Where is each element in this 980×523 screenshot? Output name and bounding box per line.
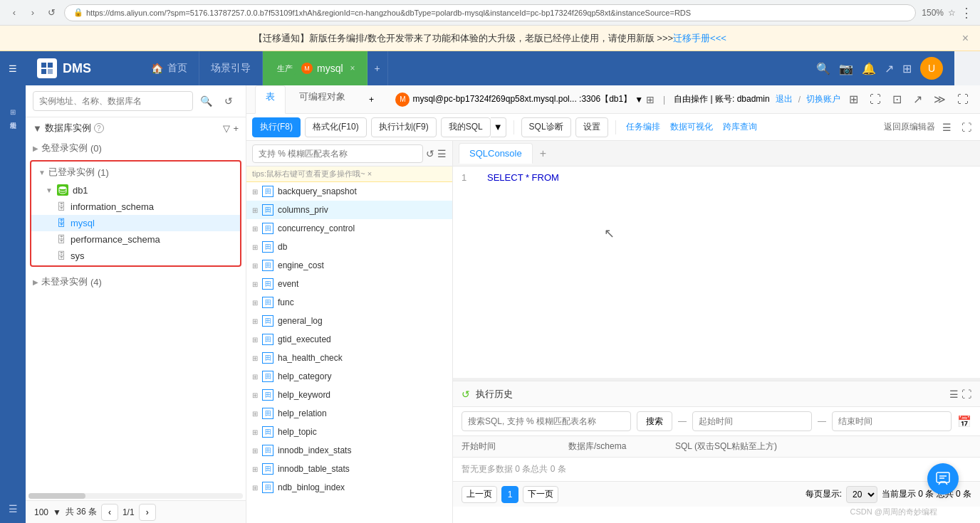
tab-programmable[interactable]: 可编程对象	[288, 85, 356, 114]
layout-icon[interactable]: ⊞	[902, 62, 912, 75]
table-item-11[interactable]: ⊞ 田 help_keyword	[246, 386, 452, 404]
sql-console-tab[interactable]: SQLConsole	[459, 143, 533, 164]
table-item-9[interactable]: ⊞ 田 ha_health_check	[246, 349, 452, 367]
table-item-14[interactable]: ⊞ 田 innodb_index_stats	[246, 441, 452, 460]
left-panel-scrollbar[interactable]	[28, 493, 243, 499]
table-refresh-icon[interactable]: ↺	[426, 148, 434, 159]
db-dropdown-icon[interactable]: ▼	[635, 95, 643, 105]
tab-add-button[interactable]: +	[368, 51, 388, 85]
table-item-16[interactable]: ⊞ 田 ndb_binlog_index	[246, 478, 452, 497]
instance-search-button[interactable]: 🔍	[196, 91, 216, 111]
diagnose-button[interactable]: SQL诊断	[521, 117, 571, 137]
end-time-input[interactable]	[832, 411, 952, 431]
db-mysql[interactable]: 🗄 mysql	[31, 215, 240, 231]
history-search-button[interactable]: 搜索	[637, 411, 672, 431]
browser-url-bar[interactable]: 🔒 https://dms.aliyun.com/?spm=5176.13787…	[64, 4, 916, 21]
my-sql-button[interactable]: 我的SQL	[441, 117, 491, 137]
db-information-schema[interactable]: 🗄 information_schema	[31, 199, 240, 215]
notification-link[interactable]: 迁移手册<<<	[673, 32, 726, 45]
history-next-page[interactable]: 下一页	[523, 486, 558, 503]
db-sys[interactable]: 🗄 sys	[31, 248, 240, 264]
history-search-input[interactable]	[462, 411, 631, 431]
task-edit-link[interactable]: 任务编排	[623, 121, 663, 133]
history-expand-icon[interactable]: ⛶	[961, 389, 971, 400]
tab-mysql[interactable]: 生产 M mysql ×	[263, 51, 368, 85]
logout-link[interactable]: 退出	[776, 93, 793, 105]
switch-account-link[interactable]: 切换账户	[806, 93, 840, 105]
table-item-12[interactable]: ⊞ 田 help_relation	[246, 404, 452, 423]
more-settings-btn[interactable]: ≫	[931, 93, 949, 106]
prev-page-btn[interactable]: ‹	[101, 504, 118, 521]
data-visual-link[interactable]: 数据可视化	[667, 121, 716, 133]
right-tab-add[interactable]: +	[369, 95, 374, 105]
notification-icon[interactable]: 🔔	[862, 62, 876, 75]
bookmark-icon[interactable]: ☆	[948, 8, 956, 18]
table-item-3[interactable]: ⊞ 田 db	[246, 238, 452, 256]
sql-editor[interactable]: 1 SELECT * FROM ↖	[453, 167, 980, 378]
toolbar-expand-icon[interactable]: ⛶	[959, 120, 974, 134]
table-item-4[interactable]: ⊞ 田 engine_cost	[246, 256, 452, 275]
more-icon[interactable]: ⋮	[960, 5, 973, 21]
sidebar-item-common-functions[interactable]: ⊞ 常用功能	[0, 91, 26, 134]
return-editor-label[interactable]: 返回原编辑器	[884, 121, 935, 133]
history-page-1[interactable]: 1	[501, 486, 518, 503]
table-item-2[interactable]: ⊞ 田 concurrency_control	[246, 219, 452, 238]
forward-button[interactable]: ›	[26, 6, 40, 20]
chat-float-button[interactable]	[927, 463, 959, 495]
user-avatar[interactable]: U	[920, 57, 943, 80]
history-list-icon[interactable]: ☰	[949, 389, 959, 400]
instance-refresh-button[interactable]: ↺	[219, 91, 239, 111]
tab-home[interactable]: 🏠 首页	[140, 51, 199, 85]
export-btn[interactable]: ⊡	[890, 93, 905, 106]
add-console-tab[interactable]: +	[534, 147, 552, 160]
plan-button[interactable]: 执行计划(F9)	[371, 117, 437, 137]
table-item-0[interactable]: ⊞ 田 backquery_snapshot	[246, 182, 452, 201]
share-icon[interactable]: ↗	[885, 62, 894, 75]
copy-connection-button[interactable]: ⊞	[646, 94, 655, 105]
unregistered-header[interactable]: ▶ 未登录实例 (4)	[26, 273, 246, 291]
import-btn[interactable]: ↗	[910, 93, 925, 106]
table-item-7[interactable]: ⊞ 田 general_log	[246, 312, 452, 330]
tab-scene-guide[interactable]: 场景引导	[199, 51, 263, 85]
table-item-13[interactable]: ⊞ 田 help_topic	[246, 423, 452, 441]
registered-header[interactable]: ▼ 已登录实例 (1)	[31, 163, 240, 181]
refresh-button[interactable]: ↺	[44, 6, 58, 20]
fullscreen-btn[interactable]: ⛶	[867, 93, 884, 106]
table-item-15[interactable]: ⊞ 田 innodb_table_stats	[246, 460, 452, 478]
table-menu-icon[interactable]: ☰	[437, 148, 447, 159]
layout-view-btn[interactable]: ⊞	[846, 93, 861, 106]
expand-panel-btn[interactable]: ⛶	[954, 93, 971, 106]
help-icon[interactable]: ?	[94, 123, 104, 133]
history-refresh-icon[interactable]: ↺	[462, 389, 470, 400]
tab-tables[interactable]: 表	[255, 85, 286, 114]
history-prev-page[interactable]: 上一页	[462, 486, 497, 503]
table-item-1[interactable]: ⊞ 田 columns_priv	[246, 201, 452, 219]
free-login-header[interactable]: ▶ 免登录实例 (0)	[26, 139, 246, 157]
tab-close-icon[interactable]: ×	[350, 63, 355, 73]
table-search-input[interactable]	[252, 144, 423, 163]
notification-close[interactable]: ×	[962, 32, 969, 45]
table-item-10[interactable]: ⊞ 田 help_category	[246, 367, 452, 386]
settings-button[interactable]: 设置	[575, 117, 608, 137]
my-sql-dropdown[interactable]: ▼	[491, 117, 506, 137]
calendar-icon[interactable]: 📅	[957, 415, 971, 428]
next-page-btn[interactable]: ›	[139, 504, 156, 521]
back-button[interactable]: ‹	[7, 6, 21, 20]
page-size-dropdown-icon[interactable]: ▼	[53, 507, 61, 517]
hamburger-menu[interactable]: ☰	[0, 51, 26, 85]
start-time-input[interactable]	[692, 411, 812, 431]
format-button[interactable]: 格式化(F10)	[305, 117, 367, 137]
cross-query-link[interactable]: 跨库查询	[720, 121, 760, 133]
screenshot-icon[interactable]: 📷	[839, 62, 853, 75]
table-item-6[interactable]: ⊞ 田 func	[246, 293, 452, 312]
table-item-5[interactable]: ⊞ 田 event	[246, 275, 452, 293]
page-size-select[interactable]: 20	[846, 486, 877, 503]
instance-db1[interactable]: ▼ db1	[31, 181, 240, 199]
toolbar-menu-icon[interactable]: ☰	[939, 120, 954, 134]
search-icon[interactable]: 🔍	[816, 62, 830, 75]
filter-button[interactable]: ▽	[223, 123, 230, 134]
add-instance-button[interactable]: +	[233, 123, 239, 134]
sidebar-item-collapse[interactable]: ☰	[9, 503, 18, 523]
instance-search-input[interactable]	[33, 91, 193, 111]
execute-button[interactable]: 执行(F8)	[252, 117, 301, 137]
